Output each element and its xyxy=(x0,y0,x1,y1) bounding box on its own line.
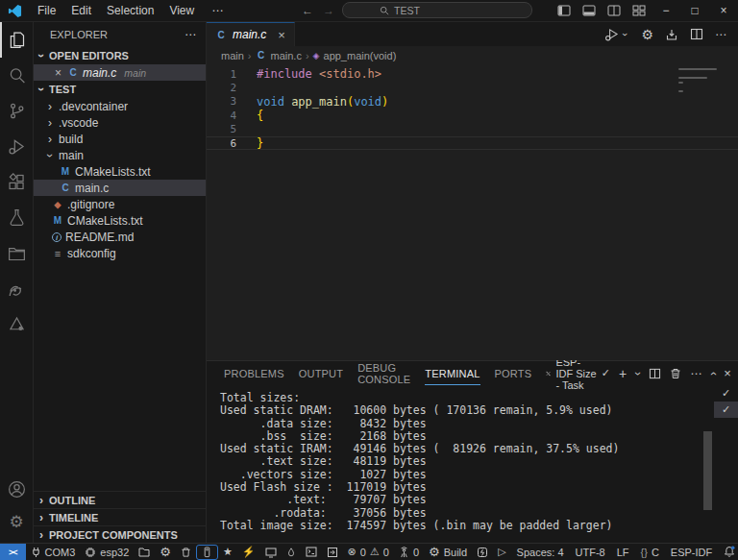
build-item[interactable]: ⚙ Build xyxy=(424,544,472,560)
star-icon[interactable]: ★ xyxy=(218,544,237,560)
code-editor[interactable]: 1#include <stdio.h>23void app_main(void)… xyxy=(207,64,738,360)
split-editor-icon[interactable] xyxy=(690,28,703,40)
minimap[interactable] xyxy=(678,68,730,94)
tree-item--gitignore[interactable]: ◆.gitignore xyxy=(34,196,206,212)
monitor-icon[interactable] xyxy=(260,544,282,560)
language-mode-item[interactable]: {} C xyxy=(635,544,665,560)
workspace-root-header[interactable]: › TEST xyxy=(34,81,206,98)
terminal-scrollbar[interactable] xyxy=(702,385,714,543)
rainmaker-icon[interactable] xyxy=(0,306,34,342)
flame-icon[interactable] xyxy=(282,544,301,560)
command-center-search[interactable]: TEST xyxy=(342,2,532,18)
terminal-dropdown-icon[interactable]: › xyxy=(633,371,643,376)
menu-edit[interactable]: Edit xyxy=(63,4,99,17)
maximize-button[interactable]: □ xyxy=(680,0,709,21)
espressif-idf-icon[interactable] xyxy=(0,271,34,306)
debug-open-icon[interactable] xyxy=(322,544,343,560)
back-icon[interactable]: ← xyxy=(300,4,315,17)
settings-gear-icon[interactable]: ⚙ xyxy=(0,507,34,543)
menu-file[interactable]: File xyxy=(30,4,63,17)
device-target-item[interactable]: esp32 xyxy=(80,544,134,560)
panel-tab-output[interactable]: OUTPUT xyxy=(299,361,343,385)
code-line-6[interactable]: 6} xyxy=(207,136,738,150)
problems-item[interactable]: ⊗ 0 ⚠ 0 xyxy=(343,544,394,560)
menu-view[interactable]: View xyxy=(161,4,202,17)
open-editor-item-main-c[interactable]: × C main.c main xyxy=(34,64,206,81)
menu-more[interactable]: ⋯ xyxy=(204,4,231,17)
code-line-2[interactable]: 2 xyxy=(207,81,738,94)
breadcrumb-folder[interactable]: main xyxy=(221,50,244,61)
testing-icon[interactable] xyxy=(0,200,34,235)
menuconfig-gear-icon[interactable]: ⚙ xyxy=(155,544,176,560)
tree-item-main[interactable]: ›main xyxy=(34,147,206,163)
project-folder-icon[interactable] xyxy=(134,544,155,560)
idf-version-item[interactable]: ESP-IDF xyxy=(665,544,718,560)
split-editor-layout-icon[interactable] xyxy=(602,0,627,21)
monitor-play-icon[interactable]: ▷ xyxy=(493,544,510,560)
run-debug-icon[interactable] xyxy=(0,129,34,164)
ports-forwarded-item[interactable]: 0 xyxy=(394,544,424,560)
idf-terminal-icon[interactable] xyxy=(301,544,322,560)
code-line-4[interactable]: 4{ xyxy=(207,109,738,122)
serial-port-item[interactable]: COM3 xyxy=(26,544,81,560)
forward-icon[interactable]: → xyxy=(321,4,336,17)
tab-main-c[interactable]: C main.c × xyxy=(207,22,295,46)
breadcrumb-file[interactable]: main.c xyxy=(271,50,302,61)
code-line-5[interactable]: 5 xyxy=(207,123,738,136)
run-or-debug-button[interactable]: › xyxy=(604,27,629,41)
customize-layout-icon[interactable] xyxy=(627,0,652,21)
tree-item-main-c[interactable]: Cmain.c xyxy=(34,180,206,196)
code-line-1[interactable]: 1#include <stdio.h> xyxy=(207,67,738,81)
close-window-button[interactable]: × xyxy=(709,0,738,21)
toggle-panel-icon[interactable] xyxy=(577,0,602,21)
explorer-more-actions-icon[interactable]: ⋯ xyxy=(184,28,196,41)
account-icon[interactable] xyxy=(0,472,34,507)
flash-bolt-icon[interactable]: ⚡ xyxy=(237,544,260,560)
minimize-button[interactable]: − xyxy=(652,0,680,21)
eol-item[interactable]: LF xyxy=(611,544,635,560)
tree-item-cmakelists-txt[interactable]: MCMakeLists.txt xyxy=(34,163,206,180)
open-editors-section-header[interactable]: › OPEN EDITORS xyxy=(34,47,206,64)
encoding-item[interactable]: UTF-8 xyxy=(570,544,611,560)
kill-terminal-trash-icon[interactable] xyxy=(670,368,681,379)
remote-indicator[interactable]: >< xyxy=(0,544,26,560)
toggle-sidebar-icon[interactable] xyxy=(552,0,577,21)
terminal-instance-1[interactable]: ✓ xyxy=(714,385,738,402)
tree-item-cmakelists-txt[interactable]: MCMakeLists.txt xyxy=(34,212,206,229)
code-line-3[interactable]: 3void app_main(void) xyxy=(207,95,738,109)
install-download-icon[interactable] xyxy=(665,28,678,41)
extensions-icon[interactable] xyxy=(0,164,34,200)
terminal-instance-2[interactable]: ✓ xyxy=(714,402,738,418)
flash-cycle-icon[interactable] xyxy=(472,544,493,560)
section-outline[interactable]: ›OUTLINE xyxy=(34,491,206,508)
breadcrumb-symbol[interactable]: app_main(void) xyxy=(324,50,397,61)
explorer-icon[interactable] xyxy=(0,22,34,58)
new-terminal-button[interactable]: + xyxy=(619,366,627,381)
flash-device-icon[interactable] xyxy=(196,545,218,560)
tree-item--vscode[interactable]: ›.vscode xyxy=(34,114,206,131)
notifications-bell-icon[interactable] xyxy=(718,544,738,560)
tree-item-readme-md[interactable]: iREADME.md xyxy=(34,229,206,245)
maximize-panel-icon[interactable]: › xyxy=(708,371,718,376)
menu-selection[interactable]: Selection xyxy=(99,4,161,17)
panel-tab-debug-console[interactable]: DEBUG CONSOLE xyxy=(357,361,410,385)
search-sidebar-icon[interactable] xyxy=(0,58,34,93)
panel-tab-ports[interactable]: PORTS xyxy=(495,361,532,385)
idf-components-icon[interactable] xyxy=(0,235,34,271)
tree-item--devcontainer[interactable]: ›.devcontainer xyxy=(34,98,206,114)
idf-menuconfig-gear-icon[interactable]: ⚙ xyxy=(641,27,653,42)
source-control-icon[interactable] xyxy=(0,93,34,129)
full-clean-trash-icon[interactable] xyxy=(176,544,196,560)
panel-tab-terminal[interactable]: TERMINAL xyxy=(425,361,480,385)
tree-item-build[interactable]: ›build xyxy=(34,131,206,147)
panel-tab-problems[interactable]: PROBLEMS xyxy=(224,361,284,385)
section-timeline[interactable]: ›TIMELINE xyxy=(34,508,206,525)
close-editor-icon[interactable]: × xyxy=(55,66,62,80)
indentation-item[interactable]: Spaces: 4 xyxy=(511,544,570,560)
close-panel-icon[interactable]: × xyxy=(724,366,731,380)
close-tab-icon[interactable]: × xyxy=(278,28,285,42)
editor-more-actions-icon[interactable]: ⋯ xyxy=(715,28,726,41)
tree-item-sdkconfig[interactable]: ≡sdkconfig xyxy=(34,245,206,261)
terminal-output[interactable]: Total sizes:Used static DRAM: 10600 byte… xyxy=(207,385,702,543)
split-terminal-icon[interactable] xyxy=(649,368,661,379)
